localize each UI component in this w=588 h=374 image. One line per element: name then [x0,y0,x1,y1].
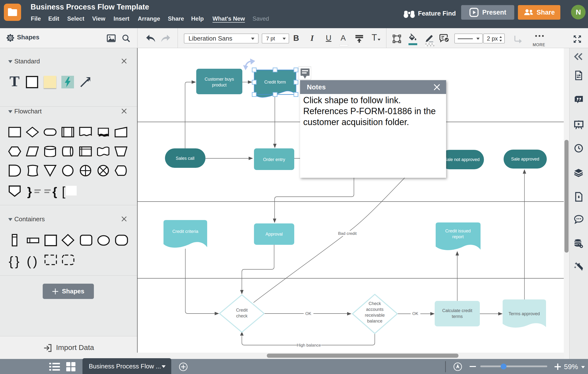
svg-text:Credit: Credit [236,308,248,313]
svg-text:Credit issued: Credit issued [445,229,471,233]
svg-text:OK: OK [412,311,419,316]
svg-text:Bad credit: Bad credit [338,231,357,236]
svg-text:check: check [236,314,248,318]
svg-text:Order entry: Order entry [263,157,285,162]
svg-text:Credit form: Credit form [264,80,286,85]
svg-text:Customer buys: Customer buys [204,77,234,82]
svg-text:Sales call: Sales call [176,156,194,161]
svg-text:OK: OK [305,311,312,316]
svg-text:Calculate credit: Calculate credit [442,308,472,313]
svg-text:Credit criteria: Credit criteria [172,229,199,234]
svg-text:Sale approved: Sale approved [511,157,539,162]
svg-text:balance: balance [367,319,382,323]
svg-text:terms: terms [452,314,463,319]
svg-text:High balance: High balance [297,343,321,348]
svg-text:Check: Check [368,301,381,306]
svg-text:Terms approved: Terms approved [508,311,540,316]
svg-text:report: report [452,234,463,239]
svg-text:receivable: receivable [365,313,385,318]
svg-text:product: product [212,83,227,88]
svg-text:accounts: accounts [366,307,384,312]
svg-text:Sale not approved: Sale not approved [444,157,480,162]
svg-text:Approval: Approval [265,232,283,237]
